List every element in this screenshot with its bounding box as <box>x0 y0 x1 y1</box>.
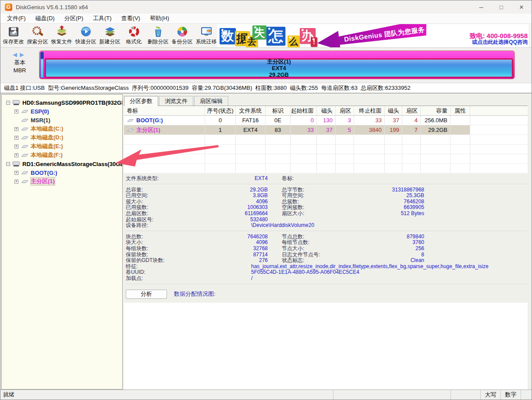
detail-label: 总字节数: <box>282 187 353 193</box>
next-disk-arrow-icon[interactable]: ▶ <box>20 51 27 58</box>
detail-row: 每组块数: 32768 节点大小: 256 <box>126 246 528 252</box>
tab-sector-edit[interactable]: 扇区编辑 <box>194 96 228 106</box>
toolbar-quick-button[interactable]: 快速分区 <box>74 24 98 47</box>
tree-item-msr[interactable]: MSR(1) <box>2 116 122 124</box>
column-header[interactable]: 容量 <box>421 106 450 115</box>
resize-grip <box>521 390 532 400</box>
partition-block-boot[interactable] <box>40 52 44 78</box>
column-header[interactable]: 磁头 <box>317 106 336 115</box>
title-bar: G DiskGenius V5.6.1.1580 x64 ─ □ ✕ <box>0 0 532 14</box>
promo-contact: 致电: 400-008-9958 或点击此处选择QQ咨询 <box>469 32 528 46</box>
empty-row <box>124 164 528 173</box>
analyze-button[interactable]: 分析 <box>126 290 167 299</box>
detail-row: 起始扇区号: 532480 <box>126 217 528 223</box>
partition-tree: − HD0:SamsungSSD990PRO1TB(932GB) + ESP(0… <box>1 94 123 389</box>
collapse-icon[interactable]: − <box>6 101 10 105</box>
toolbar-delete-button[interactable]: 删除分区 <box>146 24 170 47</box>
column-header[interactable]: 标识 <box>266 106 291 115</box>
partition-icon <box>21 152 29 158</box>
column-header[interactable]: 序号(状态) <box>205 106 236 115</box>
tree-item-local-c[interactable]: + 本地磁盘(C:) <box>2 124 122 133</box>
prev-disk-arrow-icon[interactable]: ◀ <box>13 51 20 58</box>
expand-icon[interactable]: + <box>14 110 18 113</box>
toolbar-backup-button[interactable]: 备份分区 <box>170 24 194 47</box>
tree-item-esp[interactable]: + ESP(0) <box>2 107 122 116</box>
tree-item-rd1[interactable]: − RD1:GenericMassStorageClass(30GB) <box>2 159 122 168</box>
menu-item-partition[interactable]: 分区(P) <box>60 14 88 23</box>
toolbar-recover-button[interactable]: 恢复文件 <box>50 24 74 47</box>
tree-item-boot-g[interactable]: + BOOT(G:) <box>2 168 122 177</box>
column-header[interactable]: 扇区 <box>402 106 421 115</box>
menu-item-tools[interactable]: 工具(T) <box>88 14 117 23</box>
menu-item-help[interactable]: 帮助(H) <box>145 14 174 23</box>
detail-value: EXT4 <box>215 176 268 182</box>
detail-label: 扇区大小: <box>282 211 353 217</box>
detail-value: 532480 <box>215 217 268 223</box>
partition-row[interactable]: BOOT(G:)0FAT160E0130333374256.0MB <box>124 116 528 125</box>
tree-item-hd0[interactable]: − HD0:SamsungSSD990PRO1TB(932GB) <box>2 98 122 107</box>
toolbar: 保存更改 搜索分区 恢复文件 快速分区 新建分区 格式化 删除分区 备份分区 系… <box>0 23 532 48</box>
promo-qq-link[interactable]: 或点击此处选择QQ咨询 <box>469 39 528 46</box>
detail-label: 保留的GDT块数: <box>126 258 215 264</box>
menu-item-disk[interactable]: 磁盘(D) <box>31 14 60 23</box>
disk-graph-panel: ◀▶ 基本 MBR 主分区(1) EXT4 29.2GB <box>0 48 532 83</box>
table-header-row: 卷标序号(状态)文件系统标识起始柱面磁头扇区终止柱面磁头扇区容量属性 <box>124 106 528 116</box>
detail-value: 5F055C4D-1E1A-4880-A595-A06F04EC5CE4 <box>215 269 528 276</box>
empty-row <box>124 135 528 145</box>
column-header[interactable]: 磁头 <box>385 106 402 115</box>
banner-tile: 失 <box>252 25 266 39</box>
detail-value: 7646208 <box>353 199 424 205</box>
toolbar-search-button[interactable]: 搜索分区 <box>25 24 50 47</box>
tree-item-local-f[interactable]: + 本地磁盘(F:) <box>2 151 122 159</box>
expand-icon[interactable]: + <box>14 127 18 131</box>
expand-icon[interactable]: + <box>14 145 18 149</box>
partition-icon <box>127 128 134 132</box>
toolbar-new-button[interactable]: 新建分区 <box>98 24 122 47</box>
tab-partition-params[interactable]: 分区参数 <box>124 96 158 106</box>
menu-item-file[interactable]: 文件(F) <box>2 14 31 23</box>
menu-item-view[interactable]: 查看(V) <box>117 14 145 23</box>
new-partition-icon <box>104 25 116 38</box>
minimize-button[interactable]: ─ <box>471 0 491 14</box>
expand-icon[interactable]: + <box>14 136 18 140</box>
partition-block-primary[interactable]: 主分区(1) EXT4 29.2GB <box>45 58 513 78</box>
toolbar-migrate-button[interactable]: 系统迁移 <box>194 24 218 47</box>
collapse-icon[interactable]: − <box>6 162 10 166</box>
column-header[interactable]: 终止柱面 <box>354 106 385 115</box>
detail-row: 保留块数: 87714 日志文件节点号: 8 <box>126 252 528 258</box>
tree-item-local-d[interactable]: + 本地磁盘(D:) <box>2 133 122 142</box>
banner-tile: 怎 <box>266 27 285 46</box>
tree-item-primary[interactable]: + 主分区(1) <box>2 177 122 186</box>
detail-label: 节点总数: <box>282 234 353 240</box>
volume-label: BOOT(G:) <box>136 117 163 124</box>
promo-banner[interactable]: 数据丢失怎么办! DiskGenius 团队为您服务 致电: 400-008-9… <box>217 24 528 47</box>
partition-icon <box>21 108 29 114</box>
partition-icon <box>21 170 29 176</box>
tab-browse-files[interactable]: 浏览文件 <box>159 96 193 106</box>
section-divider <box>126 284 528 285</box>
expand-icon[interactable]: + <box>14 153 18 157</box>
detail-label: 空闲簇数: <box>282 205 353 211</box>
column-header[interactable]: 属性 <box>450 106 470 115</box>
detail-row: 已用空间: 3.8GB 可用空间: 25.3GB <box>126 193 528 199</box>
maximize-button[interactable]: □ <box>491 0 511 14</box>
disk-nav: ◀▶ 基本 MBR <box>0 48 39 83</box>
column-header[interactable]: 起始柱面 <box>291 106 317 115</box>
column-header[interactable]: 扇区 <box>336 106 354 115</box>
toolbar-format-button[interactable]: 格式化 <box>122 24 146 47</box>
tree-item-local-e[interactable]: + 本地磁盘(E:) <box>2 142 122 151</box>
detail-label: 特征: <box>126 264 215 270</box>
column-header[interactable]: 卷标 <box>124 106 205 115</box>
status-ready: 就绪 <box>0 390 333 400</box>
detail-value: 7646208 <box>215 234 268 240</box>
column-header[interactable]: 文件系统 <box>236 106 266 115</box>
detail-value: 3.8GB <box>215 193 268 199</box>
expand-icon[interactable]: + <box>14 171 18 175</box>
expand-icon[interactable]: + <box>14 180 18 184</box>
toolbar-save-button[interactable]: 保存更改 <box>1 24 25 47</box>
status-segment <box>333 390 451 400</box>
detail-value: 4096 <box>215 199 268 205</box>
close-button[interactable]: ✕ <box>511 0 532 14</box>
disk-icon <box>12 99 21 106</box>
partition-row[interactable]: 主分区(1)1EXT483333753840199729.2GB <box>124 125 528 135</box>
